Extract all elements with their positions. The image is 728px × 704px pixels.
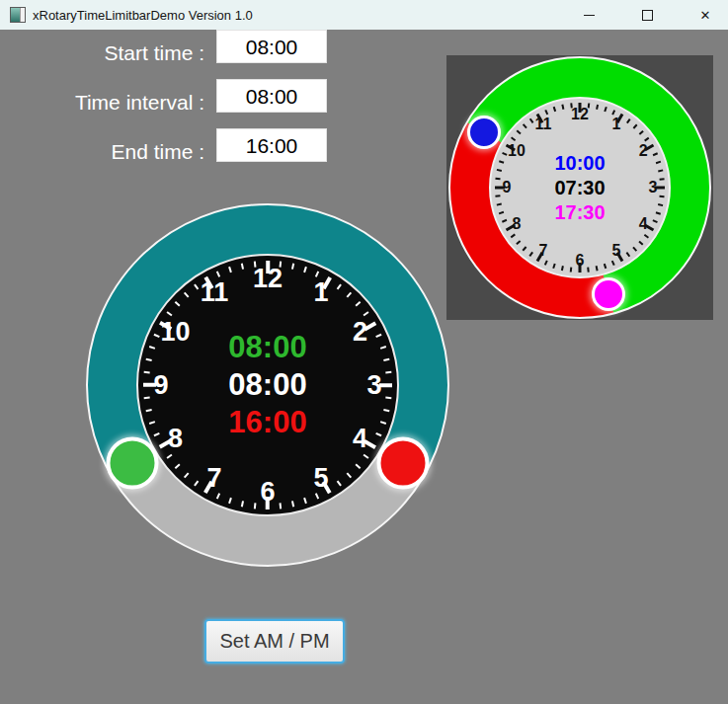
- minimize-icon: [584, 15, 595, 16]
- window-title: xRotaryTimeLimitbarDemo Version 1.0: [33, 8, 253, 23]
- app-icon-left: [11, 8, 20, 22]
- end-time-display: 17:30: [554, 200, 605, 225]
- start-time-label: Start time :: [30, 41, 204, 65]
- start-time-display: 08:00: [228, 329, 306, 366]
- rotary-clock-large: 123456789101112 08:00 08:00 16:00: [86, 203, 449, 567]
- end-handle[interactable]: [592, 277, 625, 311]
- start-time-display: 10:00: [554, 151, 605, 176]
- time-interval-label: Time interval :: [30, 91, 204, 115]
- maximize-button[interactable]: [624, 0, 670, 30]
- end-handle[interactable]: [376, 437, 429, 490]
- end-time-label: End time :: [30, 140, 204, 164]
- app-icon-right: [20, 8, 25, 22]
- maximize-icon: [642, 10, 653, 21]
- interval-display: 08:00: [228, 366, 306, 404]
- app-icon: [10, 7, 26, 23]
- time-readouts: 10:00 07:30 17:30: [448, 56, 711, 319]
- minimize-button[interactable]: [566, 0, 611, 30]
- rotary-clock-small: 123456789101112 10:00 07:30 17:30: [448, 56, 711, 319]
- start-time-input[interactable]: 08:00: [216, 30, 327, 63]
- start-handle[interactable]: [467, 116, 501, 149]
- time-interval-input[interactable]: 08:00: [216, 79, 327, 113]
- title-bar[interactable]: xRotaryTimeLimitbarDemo Version 1.0 ✕: [0, 0, 728, 30]
- time-readouts: 08:00 08:00 16:00: [86, 203, 449, 567]
- start-handle[interactable]: [107, 437, 159, 490]
- end-time-display: 16:00: [228, 404, 306, 441]
- window-controls: ✕: [566, 0, 728, 30]
- interval-display: 07:30: [554, 176, 605, 200]
- set-ampm-button[interactable]: Set AM / PM: [204, 619, 345, 664]
- close-button[interactable]: ✕: [683, 0, 728, 30]
- close-icon: ✕: [700, 9, 711, 22]
- end-time-input[interactable]: 16:00: [216, 128, 327, 162]
